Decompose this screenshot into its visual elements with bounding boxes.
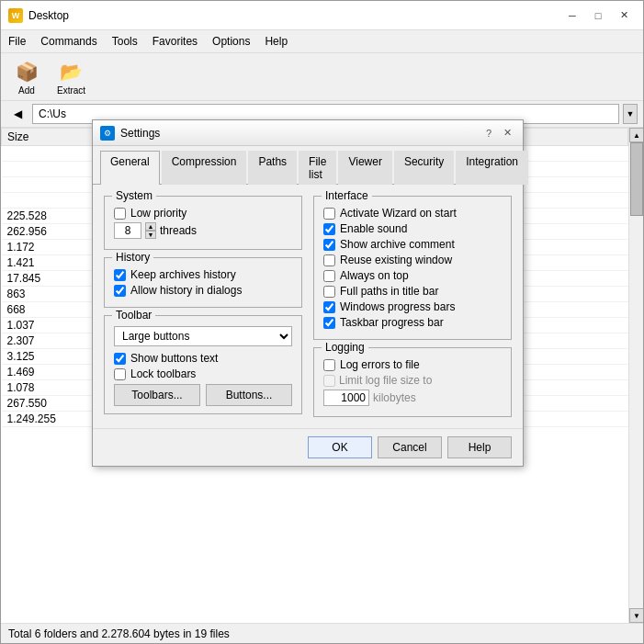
show-archive-comment-label[interactable]: Show archive comment [340, 238, 455, 251]
threads-up[interactable]: ▲ [145, 222, 156, 231]
always-on-top-label[interactable]: Always on top [340, 269, 409, 282]
threads-label: threads [160, 224, 197, 237]
show-archive-comment-checkbox[interactable] [323, 239, 335, 251]
log-errors-label[interactable]: Log errors to file [340, 358, 420, 371]
log-size-row: kilobytes [323, 390, 502, 406]
toolbar-size-row: Large buttons Small buttons No buttons [114, 326, 292, 346]
left-column: System Low priority ▲ ▼ threads [104, 196, 302, 417]
windows-progress-checkbox[interactable] [323, 301, 335, 313]
menu-favorites[interactable]: Favorites [145, 32, 205, 51]
activate-wizard-label[interactable]: Activate Wizard on start [340, 207, 457, 220]
history-legend: History [112, 251, 153, 264]
menu-options[interactable]: Options [205, 32, 257, 51]
system-legend: System [112, 189, 156, 202]
menu-commands[interactable]: Commands [33, 32, 104, 51]
close-button[interactable]: ✕ [612, 6, 636, 25]
minimize-button[interactable]: ─ [560, 6, 584, 25]
settings-icon: ⚙ [100, 126, 115, 141]
dialog-body: System Low priority ▲ ▼ threads [93, 185, 523, 428]
menu-help[interactable]: Help [257, 32, 295, 51]
show-buttons-text-label[interactable]: Show buttons text [130, 352, 218, 365]
allow-history-checkbox[interactable] [114, 285, 126, 297]
low-priority-checkbox[interactable] [114, 208, 126, 220]
scroll-up-button[interactable]: ▲ [629, 128, 643, 142]
allow-history-row: Allow history in dialogs [114, 284, 292, 297]
add-button[interactable]: 📦 Add [6, 55, 47, 99]
reuse-window-checkbox[interactable] [323, 254, 335, 266]
always-on-top-row: Always on top [323, 269, 502, 282]
full-paths-checkbox[interactable] [323, 286, 335, 298]
main-scrollbar[interactable]: ▲ ▼ [628, 128, 643, 623]
dialog-close-button[interactable]: ✕ [499, 126, 515, 141]
activate-wizard-row: Activate Wizard on start [323, 207, 502, 220]
limit-log-checkbox[interactable] [323, 375, 335, 387]
toolbar-action-buttons: Toolbars... Buttons... [114, 384, 292, 406]
buttons-button[interactable]: Buttons... [206, 384, 292, 406]
address-dropdown[interactable]: ▼ [623, 104, 638, 124]
scroll-thumb[interactable] [630, 142, 643, 216]
dialog-help-button[interactable]: ? [480, 126, 497, 141]
tab-paths[interactable]: Paths [248, 151, 297, 185]
scroll-down-button[interactable]: ▼ [629, 608, 643, 623]
full-paths-label[interactable]: Full paths in title bar [340, 285, 438, 298]
add-icon: 📦 [14, 59, 40, 85]
logging-legend: Logging [322, 341, 368, 354]
system-group: System Low priority ▲ ▼ threads [104, 196, 302, 250]
show-buttons-text-checkbox[interactable] [114, 353, 126, 365]
dialog-title: Settings [120, 127, 480, 140]
allow-history-label[interactable]: Allow history in dialogs [130, 284, 242, 297]
menu-tools[interactable]: Tools [105, 32, 145, 51]
tab-integration[interactable]: Integration [456, 151, 528, 185]
log-errors-checkbox[interactable] [323, 359, 335, 371]
activate-wizard-checkbox[interactable] [323, 208, 335, 220]
settings-dialog: ⚙ Settings ? ✕ General Compression Paths… [92, 119, 524, 467]
full-paths-row: Full paths in title bar [323, 285, 502, 298]
maximize-button[interactable]: □ [586, 6, 610, 25]
enable-sound-row: Enable sound [323, 222, 502, 235]
cancel-button[interactable]: Cancel [378, 436, 442, 458]
taskbar-progress-checkbox[interactable] [323, 317, 335, 329]
dialog-controls: ? ✕ [480, 126, 515, 141]
keep-archives-checkbox[interactable] [114, 269, 126, 281]
taskbar-progress-label[interactable]: Taskbar progress bar [340, 316, 444, 329]
extract-label: Extract [57, 85, 85, 96]
toolbars-button[interactable]: Toolbars... [114, 384, 200, 406]
log-errors-row: Log errors to file [323, 358, 502, 371]
back-button[interactable]: ◀ [6, 104, 28, 124]
reuse-window-label[interactable]: Reuse existing window [340, 254, 452, 266]
extract-icon: 📂 [59, 59, 85, 85]
tab-security[interactable]: Security [394, 151, 454, 185]
lock-toolbars-label[interactable]: Lock toolbars [130, 367, 196, 380]
lock-toolbars-checkbox[interactable] [114, 368, 126, 380]
threads-spinner: ▲ ▼ [145, 222, 156, 239]
menu-bar: File Commands Tools Favorites Options He… [1, 30, 643, 53]
limit-log-row: Limit log file size to [323, 374, 502, 387]
tab-viewer[interactable]: Viewer [338, 151, 391, 185]
tabs-bar: General Compression Paths File list View… [93, 146, 523, 185]
interface-legend: Interface [322, 189, 372, 202]
show-buttons-text-row: Show buttons text [114, 352, 292, 365]
threads-input[interactable] [114, 222, 141, 239]
keep-archives-label[interactable]: Keep archives history [130, 268, 236, 281]
add-label: Add [18, 85, 35, 96]
windows-progress-label[interactable]: Windows progress bars [340, 300, 455, 313]
tab-filelist[interactable]: File list [299, 151, 336, 185]
extract-button[interactable]: 📂 Extract [51, 55, 92, 99]
status-bar: Total 6 folders and 2.278.604 bytes in 1… [1, 623, 643, 643]
help-button[interactable]: Help [447, 436, 512, 458]
always-on-top-checkbox[interactable] [323, 270, 335, 282]
log-size-input[interactable] [323, 390, 369, 406]
menu-file[interactable]: File [1, 32, 33, 51]
enable-sound-label[interactable]: Enable sound [340, 222, 407, 235]
main-toolbar: 📦 Add 📂 Extract [1, 53, 643, 101]
threads-down[interactable]: ▼ [145, 231, 156, 239]
ok-button[interactable]: OK [308, 436, 372, 458]
enable-sound-checkbox[interactable] [323, 223, 335, 235]
taskbar-progress-row: Taskbar progress bar [323, 316, 502, 329]
tab-general[interactable]: General [100, 151, 160, 185]
toolbar-size-select[interactable]: Large buttons Small buttons No buttons [114, 326, 292, 346]
windows-progress-row: Windows progress bars [323, 300, 502, 313]
tab-compression[interactable]: Compression [162, 151, 247, 185]
low-priority-label[interactable]: Low priority [130, 207, 186, 220]
scroll-track[interactable] [629, 142, 643, 608]
